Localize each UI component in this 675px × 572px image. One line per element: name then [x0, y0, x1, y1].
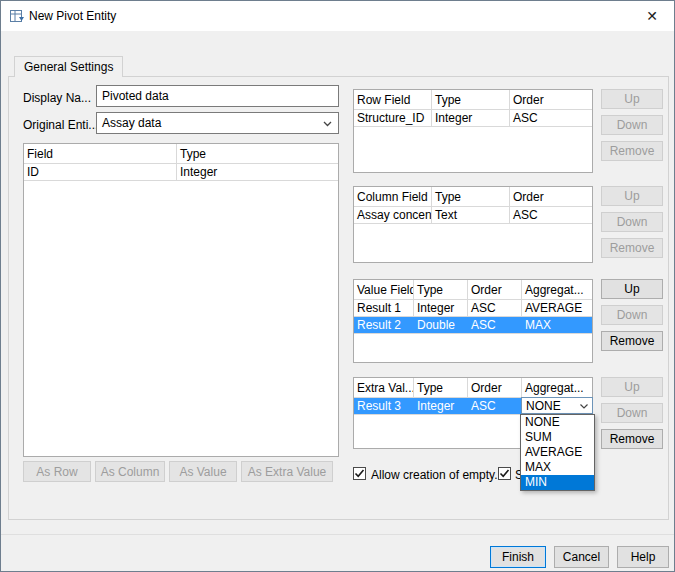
column-header[interactable]: Order [510, 187, 592, 206]
aggregation-combobox-value: NONE [526, 399, 561, 413]
row-field-header: Row Field Type Order [354, 90, 592, 110]
column-field-up-button[interactable]: Up [601, 186, 663, 206]
dropdown-option-highlighted[interactable]: MIN [521, 475, 594, 490]
cell-type: Integer [414, 300, 468, 316]
dropdown-option[interactable]: NONE [521, 415, 594, 430]
extra-value-up-button[interactable]: Up [601, 377, 663, 397]
column-header[interactable]: Type [414, 378, 468, 397]
tab-general-settings[interactable]: General Settings [14, 56, 123, 77]
column-header[interactable]: Order [510, 90, 592, 109]
column-header-type[interactable]: Type [177, 144, 338, 163]
allow-empty-checkbox[interactable] [353, 467, 366, 480]
row-field-remove-button[interactable]: Remove [601, 141, 663, 161]
new-pivot-entity-dialog: New Pivot Entity ✕ General Settings Disp… [0, 0, 675, 572]
column-header[interactable]: Row Field [354, 90, 432, 109]
column-header[interactable]: Order [468, 280, 522, 299]
extra-value-remove-button[interactable]: Remove [601, 429, 663, 449]
close-button[interactable]: ✕ [636, 5, 668, 27]
app-icon [9, 8, 25, 24]
value-field-header: Value Field Type Order Aggregat... [354, 280, 592, 300]
as-row-button[interactable]: As Row [23, 461, 91, 482]
cell-type: Text [432, 207, 510, 223]
field-table: Field Type ID Integer [23, 143, 339, 457]
table-row[interactable]: Structure_ID Integer ASC [354, 110, 592, 127]
dropdown-option[interactable]: SUM [521, 430, 594, 445]
table-row[interactable]: ID Integer [24, 164, 338, 181]
cell-type: Integer [414, 398, 468, 414]
extra-value-header: Extra Val... Type Order Aggregat... [354, 378, 592, 398]
cell-value-field: Result 2 [354, 317, 414, 333]
column-header[interactable]: Extra Val... [354, 378, 414, 397]
cell-order: ASC [468, 317, 522, 333]
column-header[interactable]: Aggregat... [522, 378, 592, 397]
display-name-label: Display Na... [23, 91, 91, 105]
chevron-down-icon [580, 404, 588, 409]
as-extra-value-button[interactable]: As Extra Value [241, 461, 333, 482]
column-field-table: Column Field Type Order Assay concentr..… [353, 186, 593, 263]
value-field-table: Value Field Type Order Aggregat... Resul… [353, 279, 593, 363]
table-row[interactable]: Result 1 Integer ASC AVERAGE [354, 300, 592, 317]
as-value-button[interactable]: As Value [169, 461, 237, 482]
checkmark-icon [499, 468, 510, 479]
column-field-down-button[interactable]: Down [601, 212, 663, 232]
column-field-header: Column Field Type Order [354, 187, 592, 207]
column-header-field[interactable]: Field [24, 144, 177, 163]
field-table-header: Field Type [24, 144, 338, 164]
cell-order: ASC [510, 207, 592, 223]
window-title: New Pivot Entity [29, 9, 116, 23]
row-field-up-button[interactable]: Up [601, 89, 663, 109]
cell-field: ID [24, 164, 177, 180]
table-row-selected[interactable]: Result 2 Double ASC MAX [354, 317, 592, 334]
cell-aggregation: AVERAGE [522, 300, 592, 316]
display-name-input[interactable] [96, 85, 339, 107]
footer-separator [1, 534, 675, 535]
cell-type: Integer [432, 110, 510, 126]
table-row[interactable]: Assay concentr... Text ASC [354, 207, 592, 224]
column-header[interactable]: Column Field [354, 187, 432, 206]
cancel-button[interactable]: Cancel [554, 546, 609, 568]
extra-value-down-button[interactable]: Down [601, 403, 663, 423]
finish-button[interactable]: Finish [490, 546, 546, 568]
as-column-button[interactable]: As Column [95, 461, 165, 482]
cell-value-field: Result 1 [354, 300, 414, 316]
column-header[interactable]: Value Field [354, 280, 414, 299]
value-field-down-button[interactable]: Down [601, 305, 663, 325]
help-button[interactable]: Help [617, 546, 669, 568]
cell-type: Double [414, 317, 468, 333]
dropdown-option[interactable]: MAX [521, 460, 594, 475]
cell-column-field: Assay concentr... [354, 207, 432, 223]
column-header[interactable]: Order [468, 378, 522, 397]
show-checkbox[interactable] [498, 467, 511, 480]
checkmark-icon [354, 468, 365, 479]
original-entity-select[interactable]: Assay data [96, 112, 339, 134]
cell-order: ASC [468, 398, 522, 414]
value-field-remove-button[interactable]: Remove [601, 331, 663, 351]
column-header[interactable]: Type [414, 280, 468, 299]
allow-empty-label: Allow creation of empty... [371, 468, 504, 482]
column-header[interactable]: Type [432, 187, 510, 206]
dropdown-option[interactable]: AVERAGE [521, 445, 594, 460]
cell-row-field: Structure_ID [354, 110, 432, 126]
original-entity-label: Original Enti... [23, 118, 98, 132]
column-header[interactable]: Type [432, 90, 510, 109]
cell-order: ASC [468, 300, 522, 316]
chevron-down-icon [323, 121, 332, 127]
cell-extra-value-field: Result 3 [354, 398, 414, 414]
row-field-table: Row Field Type Order Structure_ID Intege… [353, 89, 593, 173]
cell-type: Integer [177, 164, 338, 180]
aggregation-combobox[interactable]: NONE [521, 397, 593, 414]
cell-aggregation: MAX [522, 317, 592, 333]
value-field-up-button[interactable]: Up [601, 279, 663, 299]
cell-order: ASC [510, 110, 592, 126]
column-header[interactable]: Aggregat... [522, 280, 592, 299]
aggregation-dropdown: NONE SUM AVERAGE MAX MIN [520, 414, 595, 491]
column-field-remove-button[interactable]: Remove [601, 238, 663, 258]
original-entity-value: Assay data [102, 116, 161, 130]
title-bar: New Pivot Entity ✕ [1, 1, 674, 31]
row-field-down-button[interactable]: Down [601, 115, 663, 135]
